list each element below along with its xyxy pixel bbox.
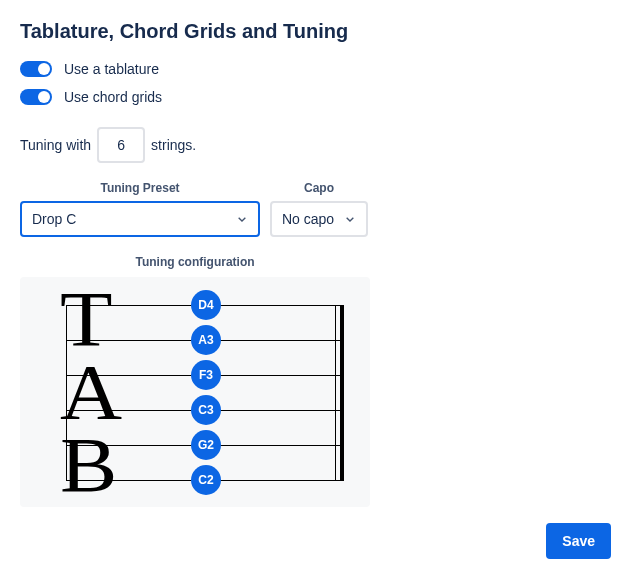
toggle-chord-grids-label: Use chord grids [64,89,162,105]
capo-label: Capo [304,181,334,195]
tuning-preset-select[interactable]: Drop C [20,201,260,237]
page-title: Tablature, Chord Grids and Tuning [20,20,611,43]
tuning-preset-field: Tuning Preset Drop C [20,181,260,237]
chevron-down-icon [234,211,250,227]
capo-select[interactable]: No capo [270,201,368,237]
tuning-diagram: T A B D4 A3 F3 C3 G2 C2 [20,277,370,507]
toggle-tablature-label: Use a tablature [64,61,159,77]
string-note-3[interactable]: F3 [191,360,221,390]
footer: Save [20,523,611,559]
tuning-configuration-section: Tuning configuration T A B D4 A3 F3 C3 G… [20,255,370,507]
tuning-strings-row: Tuning with strings. [20,127,611,163]
string-note-5[interactable]: G2 [191,430,221,460]
string-note-6[interactable]: C2 [191,465,221,495]
save-button[interactable]: Save [546,523,611,559]
toggle-tablature[interactable] [20,61,52,77]
toggle-chord-grids[interactable] [20,89,52,105]
tab-letters: T A B [60,283,110,502]
chevron-down-icon [342,211,358,227]
string-note-1[interactable]: D4 [191,290,221,320]
toggle-chord-grids-row: Use chord grids [20,89,611,105]
capo-value: No capo [282,211,334,227]
tuning-preset-value: Drop C [32,211,76,227]
toggle-tablature-row: Use a tablature [20,61,611,77]
tuning-prefix: Tuning with [20,137,91,153]
strings-count-input[interactable] [97,127,145,163]
string-note-2[interactable]: A3 [191,325,221,355]
tuning-preset-label: Tuning Preset [100,181,179,195]
capo-field: Capo No capo [270,181,368,237]
tuning-config-label: Tuning configuration [20,255,370,269]
string-note-4[interactable]: C3 [191,395,221,425]
tuning-suffix: strings. [151,137,196,153]
